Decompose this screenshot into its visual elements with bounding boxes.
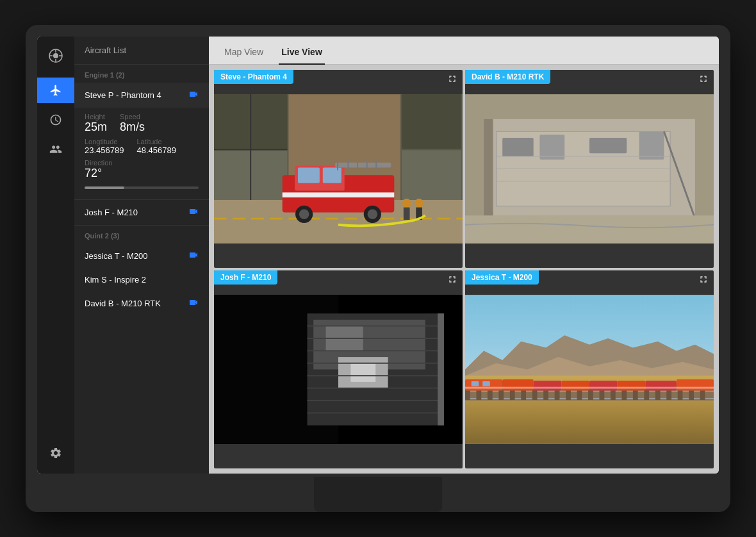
svg-rect-29 [357,160,358,170]
fullscreen-btn-josh[interactable] [447,274,457,287]
height-label: Height [85,113,107,120]
fullscreen-btn-david[interactable] [698,74,709,87]
svg-rect-82 [543,390,548,401]
svg-rect-89 [621,390,627,401]
latitude-label: Latitude [136,138,176,145]
camera-svg-jessica [188,250,199,260]
engine-group-1-label: Engine 1 (2) [74,65,209,83]
icon-sidebar [37,37,74,474]
svg-rect-91 [644,390,649,401]
aircraft-name-kim: Kim S - Inspire 2 [85,275,146,285]
svg-rect-81 [532,390,538,401]
svg-rect-27 [337,160,338,170]
camera-icon-steve [188,89,199,101]
svg-rect-21 [283,192,395,197]
svg-rect-84 [566,390,571,401]
fullscreen-btn-jessica[interactable] [698,274,709,287]
aircraft-item-david[interactable]: David B - M210 RTK [74,291,209,316]
svg-rect-101 [589,381,618,391]
engine-group-2-label: Quint 2 (3) [74,226,209,244]
svg-rect-94 [678,390,683,401]
svg-rect-90 [633,390,638,401]
svg-rect-106 [482,381,490,386]
svg-rect-107 [465,387,714,389]
video-cell-jessica[interactable]: Jessica T - M200 [465,270,714,468]
aircraft-item-josh[interactable]: Josh F - M210 [74,200,209,225]
aircraft-panel: Aircraft List Engine 1 (2) Steve P - Pha… [74,37,209,474]
screen: Aircraft List Engine 1 (2) Steve P - Pha… [37,37,719,474]
svg-rect-105 [472,381,479,386]
fullscreen-icon-david [698,74,709,84]
aircraft-name-steve: Steve P - Phantom 4 [85,90,161,100]
svg-rect-46 [484,119,493,219]
tab-map-view[interactable]: Map View [222,40,266,65]
video-cell-david[interactable]: David B - M210 RTK [465,70,714,268]
svg-rect-19 [298,168,320,183]
fullscreen-icon-josh [447,274,457,285]
svg-rect-98 [502,379,534,390]
camera-svg-steve [188,89,199,99]
building-scene [465,70,714,268]
svg-rect-92 [655,390,661,401]
video-grid: Steve - Phantom 4 [209,65,719,474]
video-label-jessica: Jessica T - M200 [465,270,539,285]
aircraft-item-steve[interactable]: Steve P - Phantom 4 [74,83,209,108]
nav-settings[interactable] [37,440,74,466]
svg-point-1 [53,53,58,58]
svg-rect-28 [348,160,349,170]
svg-rect-48 [465,215,714,244]
svg-rect-95 [689,390,694,401]
app-logo [44,44,67,67]
fullscreen-btn-steve[interactable] [447,74,457,87]
svg-rect-20 [323,168,341,183]
firetruck-scene [214,70,463,268]
tab-live-view[interactable]: Live View [279,40,325,65]
svg-rect-14 [402,150,461,204]
stats-row-3: Direction 72° [85,159,199,180]
aircraft-name-josh: Josh F - M210 [85,208,138,217]
svg-rect-88 [611,390,616,401]
svg-rect-85 [577,390,582,401]
stat-speed: Speed 8m/s [120,113,145,134]
latitude-value: 48.456789 [136,145,176,155]
stat-height: Height 25m [85,113,107,134]
nav-users[interactable] [37,136,74,162]
desert-scene [465,270,714,468]
clock-nav-icon [49,113,62,126]
svg-point-23 [299,210,309,220]
tab-bar: Map View Live View [209,37,719,65]
svg-rect-76 [476,390,481,401]
users-nav-icon [49,143,62,156]
camera-icon-jessica [188,250,199,262]
video-label-steve: Steve - Phantom 4 [214,70,293,84]
svg-rect-87 [600,390,605,401]
svg-rect-75 [465,390,470,401]
svg-point-25 [368,210,378,220]
speed-label: Speed [120,113,145,120]
svg-rect-78 [498,390,504,401]
nav-clock[interactable] [37,107,74,133]
video-cell-steve[interactable]: Steve - Phantom 4 [214,70,463,268]
svg-rect-55 [350,363,375,382]
video-cell-josh[interactable]: Josh F - M210 [214,270,463,468]
aircraft-nav-icon [49,84,62,97]
svg-rect-86 [588,390,593,401]
direction-value: 72° [85,167,112,180]
svg-rect-99 [534,381,562,391]
settings-nav-icon [49,447,62,459]
aircraft-item-jessica[interactable]: Jessica T - M200 [74,244,209,268]
stat-latitude: Latitude 48.456789 [136,138,176,155]
aircraft-list-header: Aircraft List [74,37,209,65]
camera-icon-josh [188,206,199,219]
camera-svg-josh [188,206,199,217]
svg-rect-13 [402,94,461,149]
nav-aircraft[interactable] [37,78,74,103]
svg-rect-104 [677,379,714,390]
svg-rect-79 [510,390,515,401]
longitude-value: 23.456789 [85,145,124,155]
svg-rect-102 [618,381,646,391]
aircraft-name-david: David B - M210 RTK [85,299,161,308]
aircraft-item-kim[interactable]: Kim S - Inspire 2 [74,268,209,291]
svg-rect-93 [666,390,671,401]
svg-point-34 [415,199,423,208]
